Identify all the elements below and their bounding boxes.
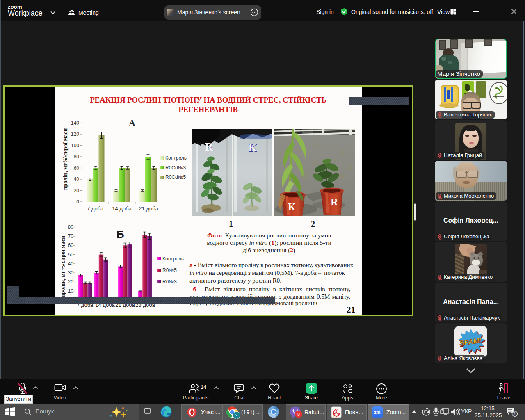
- svg-text:40: 40: [68, 261, 74, 267]
- svg-text:1: 1: [514, 412, 516, 416]
- svg-text:60: 60: [74, 165, 80, 171]
- svg-text:10: 10: [68, 288, 74, 294]
- svg-text:100: 100: [71, 143, 79, 148]
- svg-text:60: 60: [68, 242, 74, 248]
- svg-text:R0Cd№5: R0Cd№5: [165, 174, 186, 180]
- svg-text:PDF: PDF: [334, 414, 339, 417]
- svg-text:Контроль: Контроль: [162, 256, 184, 262]
- svg-text:К: К: [288, 201, 295, 212]
- svg-text:30: 30: [68, 270, 74, 276]
- svg-text:пролін, мг%\сирої маси: пролін, мг%\сирої маси: [62, 128, 68, 190]
- svg-text:К: К: [249, 142, 257, 154]
- svg-text:R: R: [205, 141, 213, 153]
- svg-text:R0Cd№3: R0Cd№3: [165, 165, 186, 171]
- svg-text:80: 80: [74, 154, 80, 160]
- svg-text:140: 140: [71, 120, 79, 126]
- svg-text:пролін, мг%/сирої маси: пролін, мг%/сирої маси: [62, 236, 66, 297]
- svg-text:R0№3: R0№3: [162, 279, 177, 285]
- svg-text:Контроль: Контроль: [165, 155, 187, 161]
- svg-text:50: 50: [68, 252, 74, 258]
- svg-text:120: 120: [71, 131, 79, 137]
- svg-text:20: 20: [74, 188, 80, 194]
- svg-text:20: 20: [68, 279, 74, 285]
- svg-text:R: R: [331, 196, 338, 208]
- svg-text:70: 70: [68, 233, 74, 239]
- svg-text:А: А: [129, 118, 135, 128]
- svg-text:7 доба: 7 доба: [87, 205, 104, 212]
- svg-text:0: 0: [76, 199, 79, 205]
- svg-text:21 доба: 21 доба: [139, 205, 158, 212]
- svg-text:14 доба: 14 доба: [112, 205, 132, 212]
- svg-text:40: 40: [74, 176, 80, 182]
- svg-text:R0№5: R0№5: [162, 267, 177, 273]
- svg-text:80: 80: [68, 224, 74, 230]
- svg-text:Б: Б: [116, 228, 124, 240]
